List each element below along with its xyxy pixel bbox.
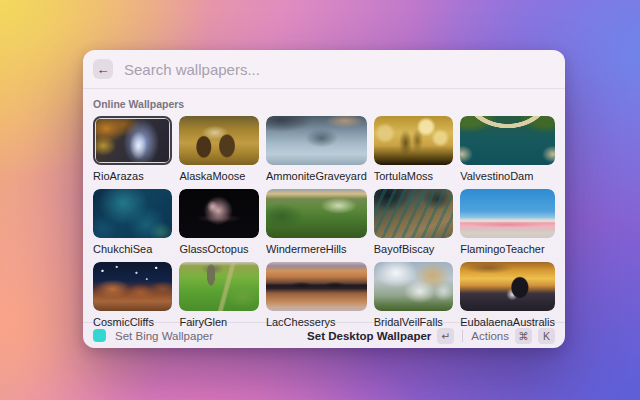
command-key-icon: ⌘ [515,328,532,344]
wallpaper-item: AlaskaMoose [179,116,258,183]
wallpaper-name: RioArazas [93,170,172,183]
wallpaper-thumbnail[interactable] [374,189,453,238]
return-key-icon: ↵ [437,328,454,344]
wallpaper-image [460,189,555,238]
app-window: ← Online Wallpapers RioArazas AlaskaMoos… [83,50,565,348]
wallpaper-image [96,119,169,162]
wallpaper-thumbnail[interactable] [266,262,367,311]
wallpaper-item: FlamingoTeacher [460,189,555,256]
actions-menu-button[interactable]: Actions [471,330,509,342]
wallpaper-image [460,262,555,311]
wallpaper-thumbnail[interactable] [374,262,453,311]
back-button[interactable]: ← [93,59,113,79]
wallpaper-item: BridalVeilFalls [374,262,453,329]
k-key-icon: K [538,328,555,344]
wallpaper-thumbnail[interactable] [460,262,555,311]
wallpaper-name: BayofBiscay [374,243,453,256]
wallpaper-thumbnail[interactable] [374,116,453,165]
wallpaper-item: CosmicCliffs [93,262,172,329]
wallpaper-item: BayofBiscay [374,189,453,256]
action-bar: Set Bing Wallpaper Set Desktop Wallpaper… [83,322,565,348]
wallpaper-image [460,116,555,165]
wallpaper-thumbnail[interactable] [93,116,172,165]
wallpaper-image [266,262,367,311]
wallpaper-item: LacChesserys [266,262,367,329]
wallpaper-name: AlaskaMoose [179,170,258,183]
wallpaper-list-area: Online Wallpapers RioArazas AlaskaMoose … [83,98,565,335]
back-arrow-icon: ← [97,63,110,76]
wallpaper-name: ValvestinoDam [460,170,555,183]
section-title: Online Wallpapers [93,98,555,110]
wallpaper-image [374,189,453,238]
wallpaper-thumbnail[interactable] [93,262,172,311]
wallpaper-item: AmmoniteGraveyard [266,116,367,183]
wallpaper-image [374,116,453,165]
wallpaper-image [93,189,172,238]
wallpaper-image [93,262,172,311]
primary-action-button[interactable]: Set Desktop Wallpaper [307,330,431,342]
wallpaper-image [179,189,258,238]
wallpaper-name: FlamingoTeacher [460,243,555,256]
search-input[interactable] [124,61,555,78]
wallpaper-item: WindermereHills [266,189,367,256]
wallpaper-item: EubalaenaAustralis [460,262,555,329]
wallpaper-name: ChukchiSea [93,243,172,256]
wallpaper-thumbnail[interactable] [179,262,258,311]
wallpaper-thumbnail[interactable] [460,189,555,238]
wallpaper-grid: RioArazas AlaskaMoose AmmoniteGraveyard … [93,116,555,335]
action-bar-right: Set Desktop Wallpaper ↵ Actions ⌘ K [307,328,555,344]
wallpaper-item: FairyGlen [179,262,258,329]
extension-title: Set Bing Wallpaper [115,330,213,342]
wallpaper-item: ValvestinoDam [460,116,555,183]
desktop-background: ← Online Wallpapers RioArazas AlaskaMoos… [0,0,640,400]
wallpaper-name: GlassOctopus [179,243,258,256]
wallpaper-item: GlassOctopus [179,189,258,256]
wallpaper-image [179,262,258,311]
wallpaper-item: ChukchiSea [93,189,172,256]
wallpaper-image [266,189,367,238]
wallpaper-name: TortulaMoss [374,170,453,183]
wallpaper-item: TortulaMoss [374,116,453,183]
wallpaper-thumbnail[interactable] [93,189,172,238]
footer-divider [462,330,463,342]
wallpaper-image [266,116,367,165]
extension-icon [93,329,106,342]
wallpaper-image [374,262,453,311]
wallpaper-thumbnail[interactable] [266,189,367,238]
wallpaper-thumbnail[interactable] [179,116,258,165]
wallpaper-image [179,116,258,165]
wallpaper-thumbnail[interactable] [179,189,258,238]
wallpaper-name: AmmoniteGraveyard [266,170,367,183]
search-bar: ← [83,50,565,89]
wallpaper-thumbnail[interactable] [266,116,367,165]
wallpaper-thumbnail[interactable] [460,116,555,165]
wallpaper-name: WindermereHills [266,243,367,256]
wallpaper-item: RioArazas [93,116,172,183]
